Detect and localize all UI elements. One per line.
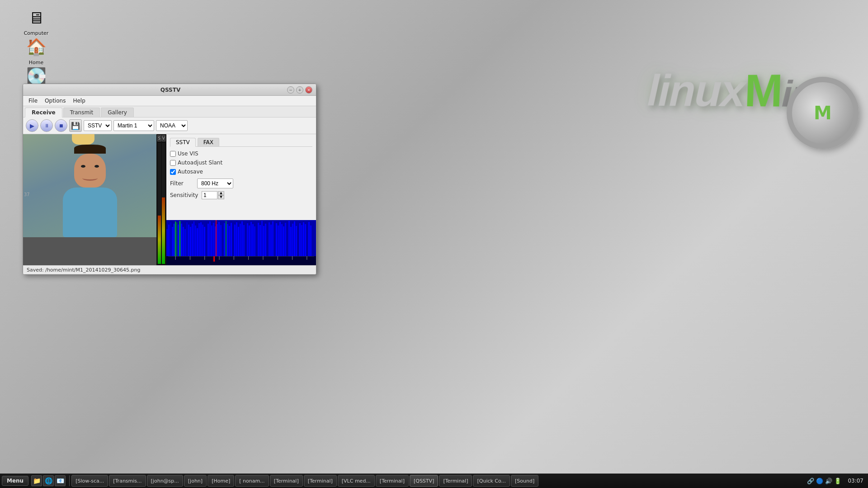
- close-button[interactable]: ×: [305, 86, 312, 94]
- svg-rect-33: [222, 228, 223, 256]
- tab-gallery[interactable]: Gallery: [101, 108, 134, 117]
- spectrum-display: [166, 220, 316, 265]
- image-content: [23, 134, 156, 237]
- svg-rect-44: [241, 221, 243, 256]
- vu-bar-left: [158, 143, 161, 264]
- svg-rect-64: [278, 225, 279, 256]
- svg-rect-15: [190, 227, 191, 256]
- save-button[interactable]: 💾: [69, 119, 82, 132]
- svg-rect-49: [250, 222, 252, 256]
- svg-rect-46: [245, 227, 246, 256]
- menu-help[interactable]: Help: [69, 97, 89, 105]
- protocol-select[interactable]: Martin 1 Martin 2 Scottie 1: [113, 120, 154, 131]
- quicklaunch-icon-1[interactable]: 📁: [31, 475, 42, 486]
- settings-panel: SSTV FAX Use VIS Autoadjust Slant A: [166, 134, 316, 220]
- autoadjust-label[interactable]: Autoadjust Slant: [178, 160, 222, 166]
- taskbar-slow-scan[interactable]: [Slow-sca...: [71, 475, 108, 487]
- autosave-label[interactable]: Autosave: [178, 169, 203, 175]
- pause-button[interactable]: ⏸: [40, 119, 53, 132]
- tray-network-icon[interactable]: 🔗: [807, 477, 814, 484]
- menu-file[interactable]: File: [25, 97, 41, 105]
- vu-fill-left: [158, 216, 161, 264]
- taskbar-terminal4[interactable]: [Terminal]: [439, 475, 472, 487]
- svg-rect-9: [179, 221, 180, 256]
- svg-rect-50: [252, 224, 254, 256]
- statusbar: Saved: /home/mint/M1_20141029_30645.png: [23, 265, 316, 274]
- stop-button[interactable]: ⏹: [55, 119, 67, 132]
- autosave-checkbox[interactable]: [170, 169, 176, 175]
- filter-select[interactable]: 800 Hz 1200 Hz 1600 Hz: [197, 178, 233, 188]
- minimize-button[interactable]: −: [287, 86, 294, 94]
- tab-receive[interactable]: Receive: [25, 108, 62, 117]
- desktop-icon-home[interactable]: 🏠 Home: [18, 36, 54, 66]
- quick-launch: 📁 🌐 📧: [31, 475, 66, 486]
- taskbar-noname[interactable]: [ nonam...: [235, 475, 269, 487]
- taskbar-john-sp[interactable]: [john@sp...: [147, 475, 183, 487]
- vu-v-button[interactable]: V: [162, 135, 166, 141]
- use-vis-row: Use VIS: [170, 150, 312, 157]
- mode-select[interactable]: SSTV: [84, 120, 112, 131]
- svg-rect-55: [261, 221, 263, 256]
- taskbar-qsstv[interactable]: [QSSTV]: [410, 475, 438, 487]
- start-menu-button[interactable]: Menu: [2, 476, 28, 486]
- taskbar-john[interactable]: [john]: [184, 475, 207, 487]
- taskbar-terminal3[interactable]: [Terminal]: [376, 475, 409, 487]
- svg-rect-18: [195, 225, 196, 256]
- toolbar: ▶ ⏸ ⏹ 💾 SSTV Martin 1 Martin 2 Scottie 1…: [23, 117, 316, 134]
- svg-rect-52: [256, 229, 257, 256]
- svg-rect-37: [229, 226, 230, 256]
- svg-rect-40: [234, 225, 236, 256]
- taskbar-terminal1[interactable]: [Terminal]: [270, 475, 303, 487]
- settings-tab-fax[interactable]: FAX: [198, 138, 219, 146]
- titlebar: QSSTV − + ×: [23, 84, 316, 96]
- tray-bluetooth-icon[interactable]: 🔵: [816, 477, 823, 484]
- svg-rect-26: [209, 221, 211, 256]
- mint-logo: linuxMint M: [644, 68, 823, 113]
- quicklaunch-icon-3[interactable]: 📧: [55, 475, 66, 486]
- ruler-svg: [168, 256, 314, 265]
- window-controls: − + ×: [287, 86, 312, 94]
- autoadjust-row: Autoadjust Slant: [170, 160, 312, 166]
- noaa-select[interactable]: NOAA: [156, 120, 188, 131]
- svg-rect-45: [243, 225, 245, 256]
- settings-tab-sstv[interactable]: SSTV: [170, 138, 196, 147]
- svg-rect-23: [204, 227, 205, 256]
- quicklaunch-icon-2[interactable]: 🌐: [43, 475, 54, 486]
- svg-rect-43: [240, 224, 241, 256]
- content-area: 37 S V: [23, 134, 316, 265]
- taskbar-vlc[interactable]: [VLC med...: [338, 475, 375, 487]
- sensitivity-input[interactable]: [202, 191, 217, 199]
- svg-rect-10: [181, 224, 182, 256]
- vu-top-buttons: S V: [157, 135, 165, 141]
- vu-s-button[interactable]: S: [157, 135, 161, 141]
- tab-transmit[interactable]: Transmit: [63, 108, 100, 117]
- svg-rect-14: [188, 225, 189, 256]
- use-vis-label[interactable]: Use VIS: [178, 150, 198, 157]
- svg-rect-63: [276, 223, 277, 256]
- system-tray: 🔗 🔵 🔊 🔋: [804, 477, 844, 484]
- tray-sound-icon[interactable]: 🔊: [825, 477, 832, 484]
- svg-rect-30: [217, 224, 218, 256]
- tray-battery-icon[interactable]: 🔋: [834, 477, 841, 484]
- svg-rect-39: [232, 228, 234, 256]
- use-vis-checkbox[interactable]: [170, 151, 176, 157]
- menu-options[interactable]: Options: [41, 97, 69, 105]
- taskbar-quickco[interactable]: [Quick Co...: [473, 475, 510, 487]
- svg-rect-62: [274, 228, 275, 256]
- autosave-row: Autosave: [170, 169, 312, 175]
- taskbar-transmit[interactable]: [Transmis...: [109, 475, 146, 487]
- taskbar-sound[interactable]: [Sound]: [511, 475, 538, 487]
- svg-rect-2: [168, 225, 170, 256]
- sensitivity-up[interactable]: ▲: [218, 191, 224, 195]
- svg-rect-59: [269, 222, 270, 256]
- filter-row: Filter 800 Hz 1200 Hz 1600 Hz: [170, 178, 312, 188]
- autoadjust-checkbox[interactable]: [170, 160, 176, 166]
- play-button[interactable]: ▶: [26, 119, 38, 132]
- desktop-icon-computer[interactable]: 🖥 Computer: [18, 7, 54, 36]
- vu-meter-panel: S V: [156, 134, 166, 265]
- svg-rect-4: [172, 227, 173, 256]
- maximize-button[interactable]: +: [296, 86, 303, 94]
- taskbar-terminal2[interactable]: [Terminal]: [304, 475, 337, 487]
- sensitivity-down[interactable]: ▼: [218, 195, 224, 199]
- taskbar-home[interactable]: [Home]: [208, 475, 234, 487]
